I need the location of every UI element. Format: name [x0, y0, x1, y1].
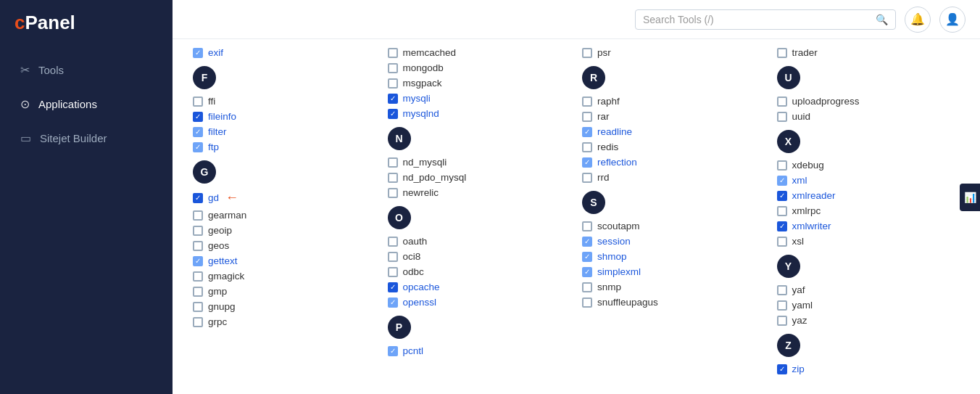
- checkbox-yaz[interactable]: [777, 316, 787, 326]
- checkbox-ffi[interactable]: [193, 97, 203, 107]
- list-item[interactable]: filter: [193, 124, 376, 139]
- checkbox-openssl[interactable]: [388, 297, 398, 308]
- list-item[interactable]: mysqlnd: [388, 106, 571, 121]
- checkbox-readline[interactable]: [582, 127, 592, 137]
- checkbox-grpc[interactable]: [193, 317, 203, 327]
- list-item[interactable]: pcntl: [388, 343, 571, 358]
- search-input[interactable]: [643, 14, 871, 25]
- checkbox-uuid[interactable]: [777, 112, 787, 122]
- checkbox-xmlreader[interactable]: [777, 191, 787, 201]
- checkbox-reflection[interactable]: [582, 157, 592, 168]
- list-item[interactable]: odbc: [388, 264, 571, 279]
- checkbox-yaml[interactable]: [777, 300, 787, 311]
- checkbox-msgpack[interactable]: [388, 78, 398, 89]
- checkbox-geoip[interactable]: [193, 226, 203, 236]
- bell-button[interactable]: 🔔: [905, 7, 931, 33]
- list-item[interactable]: snmp: [582, 279, 765, 295]
- list-item[interactable]: ffi: [193, 94, 376, 109]
- checkbox-xmlrpc[interactable]: [777, 206, 787, 216]
- checkbox-snmp[interactable]: [582, 282, 592, 292]
- checkbox-session[interactable]: [582, 237, 592, 247]
- checkbox-simplexml[interactable]: [582, 267, 592, 277]
- list-item[interactable]: zip: [777, 361, 960, 377]
- checkbox-gd[interactable]: [193, 193, 203, 203]
- list-item[interactable]: gd ←: [193, 188, 376, 208]
- list-item[interactable]: redis: [582, 139, 765, 155]
- list-item[interactable]: memcached: [388, 45, 571, 60]
- checkbox-trader[interactable]: [777, 48, 787, 58]
- list-item[interactable]: mysqli: [388, 91, 571, 106]
- list-item[interactable]: oci8: [388, 249, 571, 264]
- checkbox-redis[interactable]: [582, 142, 592, 152]
- checkbox-uploadprogress[interactable]: [777, 97, 787, 107]
- checkbox-shmop[interactable]: [582, 252, 592, 262]
- list-item[interactable]: gnupg: [193, 299, 376, 314]
- sidebar-item-tools[interactable]: ✂ Tools: [6, 54, 167, 86]
- list-item[interactable]: exif: [193, 45, 376, 60]
- checkbox-oauth[interactable]: [388, 237, 398, 247]
- list-item[interactable]: xmlwriter: [777, 218, 960, 234]
- list-item[interactable]: fileinfo: [193, 109, 376, 124]
- list-item[interactable]: session: [582, 234, 765, 249]
- list-item[interactable]: oauth: [388, 234, 571, 249]
- checkbox-mongodb[interactable]: [388, 63, 398, 73]
- checkbox-psr[interactable]: [582, 48, 592, 58]
- checkbox-fileinfo[interactable]: [193, 112, 203, 122]
- checkbox-oci8[interactable]: [388, 252, 398, 262]
- checkbox-filter[interactable]: [193, 127, 203, 137]
- list-item[interactable]: newrelic: [388, 185, 571, 200]
- checkbox-xdebug[interactable]: [777, 160, 787, 171]
- list-item[interactable]: rar: [582, 109, 765, 124]
- list-item[interactable]: nd_mysqli: [388, 155, 571, 170]
- sidebar-item-applications[interactable]: ⊙ Applications: [6, 89, 167, 120]
- checkbox-xsl[interactable]: [777, 237, 787, 247]
- checkbox-gnupg[interactable]: [193, 302, 203, 312]
- checkbox-xml[interactable]: [777, 176, 787, 186]
- sidebar-item-sitejet[interactable]: ▭ Sitejet Builder: [6, 123, 167, 154]
- list-item[interactable]: geoip: [193, 223, 376, 238]
- checkbox-snuffleupagus[interactable]: [582, 297, 592, 308]
- list-item[interactable]: psr: [582, 45, 765, 60]
- checkbox-memcached[interactable]: [388, 48, 398, 58]
- list-item[interactable]: uuid: [777, 109, 960, 124]
- list-item[interactable]: ftp: [193, 139, 376, 155]
- list-item[interactable]: grpc: [193, 314, 376, 329]
- checkbox-gearman[interactable]: [193, 210, 203, 221]
- checkbox-xmlwriter[interactable]: [777, 221, 787, 231]
- checkbox-gmp[interactable]: [193, 287, 203, 297]
- list-item[interactable]: yaf: [777, 282, 960, 297]
- list-item[interactable]: gettext: [193, 253, 376, 268]
- list-item[interactable]: mongodb: [388, 60, 571, 75]
- checkbox-newrelic[interactable]: [388, 188, 398, 198]
- checkbox-scoutapm[interactable]: [582, 221, 592, 231]
- list-item[interactable]: geos: [193, 238, 376, 253]
- list-item[interactable]: openssl: [388, 295, 571, 310]
- search-icon[interactable]: 🔍: [876, 14, 888, 25]
- checkbox-rar[interactable]: [582, 112, 592, 122]
- list-item[interactable]: xmlrpc: [777, 203, 960, 218]
- list-item[interactable]: readline: [582, 124, 765, 139]
- checkbox-geos[interactable]: [193, 241, 203, 251]
- list-item[interactable]: uploadprogress: [777, 94, 960, 109]
- user-button[interactable]: 👤: [939, 7, 966, 33]
- checkbox-nd-mysqli[interactable]: [388, 157, 398, 168]
- list-item[interactable]: gmp: [193, 284, 376, 299]
- list-item[interactable]: xmlreader: [777, 188, 960, 203]
- checkbox-mysqlnd[interactable]: [388, 109, 398, 119]
- list-item[interactable]: yaz: [777, 313, 960, 328]
- list-item[interactable]: shmop: [582, 249, 765, 264]
- list-item[interactable]: rrd: [582, 170, 765, 185]
- checkbox-zip[interactable]: [777, 364, 787, 374]
- search-bar[interactable]: 🔍: [635, 9, 896, 30]
- list-item[interactable]: opcache: [388, 279, 571, 295]
- list-item[interactable]: xdebug: [777, 157, 960, 173]
- checkbox-ftp[interactable]: [193, 142, 203, 152]
- checkbox-gmagick[interactable]: [193, 271, 203, 282]
- list-item[interactable]: nd_pdo_mysql: [388, 170, 571, 185]
- list-item[interactable]: reflection: [582, 155, 765, 170]
- list-item[interactable]: gearman: [193, 208, 376, 223]
- list-item[interactable]: msgpack: [388, 75, 571, 91]
- list-item[interactable]: yaml: [777, 297, 960, 313]
- checkbox-pcntl[interactable]: [388, 346, 398, 356]
- checkbox-odbc[interactable]: [388, 267, 398, 277]
